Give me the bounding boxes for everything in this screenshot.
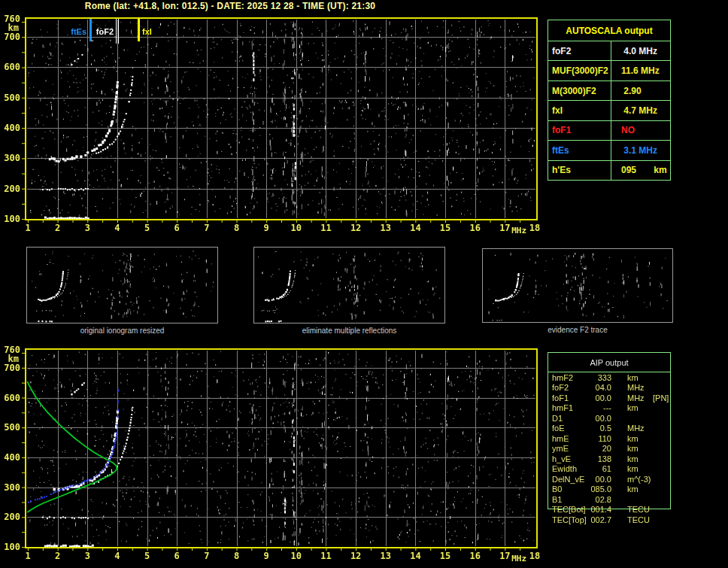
aip-param-label: B1 (548, 495, 587, 504)
aip-param-value: 002.7 (587, 515, 611, 524)
autoscala-param-label: ftEs (548, 141, 611, 159)
aip-param-label: D1 (548, 414, 587, 423)
aip-table-row: D100.0 (548, 413, 670, 424)
aip-param-value: 61 (587, 464, 611, 473)
aip-table-row: Ewidth61km (548, 464, 670, 475)
aip-param-value: 00.0 (587, 475, 611, 484)
aip-param-unit: TECU (627, 505, 653, 514)
aip-table-row: hmE110km (548, 433, 670, 444)
autoscala-param-label: h'Es (548, 161, 611, 180)
aip-param-value: 110 (587, 434, 611, 443)
aip-param-label: h_vE (548, 454, 587, 463)
autoscala-table-row: M(3000)F2 2.90 (548, 81, 670, 101)
aip-table-row: B102.8 (548, 494, 670, 505)
aip-param-label: TEC[Bot] (548, 505, 587, 514)
thumbnail-evidence-f2-trace (482, 248, 673, 323)
aip-param-value: 138 (587, 454, 611, 463)
thumbnail-caption-original: original ionogram resized (26, 327, 218, 335)
autoscala-app-screen: Rome (lat: +41.8, lon: 012.5) - DATE: 20… (0, 0, 728, 568)
aip-param-label: ymE (548, 444, 587, 453)
autoscala-param-value: 095 km (611, 161, 670, 180)
aip-table-row: foE0.5MHz (548, 424, 670, 434)
autoscala-rows: foF2 4.0 MHzMUF(3000)F211.6 MHzM(3000)F2… (548, 41, 670, 180)
autoscala-table-row: ftEs 3.1 MHz (548, 141, 670, 160)
main-ionogram-chart (0, 12, 549, 235)
autoscala-table-row: h'Es095 km (548, 161, 670, 180)
aip-param-label: DelN_vE (548, 475, 587, 484)
autoscala-param-value: 3.1 MHz (611, 141, 670, 159)
aip-param-value: 333 (587, 373, 611, 382)
autoscala-param-value: NO (611, 121, 670, 140)
thumbnail-eliminate-reflections (253, 247, 445, 323)
autoscala-param-value: 2.90 (611, 81, 670, 100)
aip-param-unit: km (627, 464, 653, 473)
aip-table-row: hmF2333km (548, 372, 670, 383)
autoscala-param-label: foF2 (548, 41, 611, 60)
aip-param-unit: km (627, 434, 653, 443)
aip-param-unit: MHz (627, 383, 653, 392)
aip-param-value: 02.8 (587, 495, 611, 504)
aip-param-label: Ewidth (548, 464, 587, 473)
autoscala-panel-title: AUTOSCALA output (548, 20, 670, 41)
aip-param-unit: km (627, 484, 653, 494)
aip-param-value: 00.0 (587, 393, 611, 402)
aip-table-row: B0085.0km (548, 484, 670, 495)
aip-output-panel: AIP output hmF2333kmfoF204.0MHzfoF100.0M… (548, 352, 671, 509)
aip-param-unit: m^(-3) (627, 475, 653, 484)
thumbnail-caption-eliminate: eliminate multiple reflections (253, 327, 445, 335)
aip-table-row: DelN_vE00.0m^(-3) (548, 474, 670, 484)
aip-param-value: 00.0 (587, 414, 611, 423)
autoscala-table-row: foF1NO (548, 121, 670, 141)
autoscala-param-value: 4.7 MHz (611, 101, 670, 120)
aip-param-label: hmE (548, 434, 587, 443)
aip-table-row: TEC[Bot]001.4TECU (548, 505, 670, 515)
aip-param-value: 04.0 (587, 383, 611, 392)
aip-param-note: [PN] (653, 393, 670, 402)
aip-param-label: foF2 (548, 383, 587, 392)
aip-param-unit: km (627, 373, 653, 382)
aip-param-unit: km (627, 444, 653, 453)
aip-param-value: 0.5 (587, 424, 611, 433)
thumbnail-original-ionogram (26, 247, 218, 323)
aip-param-value: 20 (587, 444, 611, 453)
autoscala-param-label: fxI (548, 101, 611, 120)
aip-rows: hmF2333kmfoF204.0MHzfoF100.0MHz[PN]hmF1-… (548, 372, 670, 525)
aip-table-row: foF204.0MHz (548, 383, 670, 393)
autoscala-param-label: M(3000)F2 (548, 81, 611, 100)
aip-param-value: 085.0 (587, 484, 611, 494)
aip-param-value: --- (587, 403, 611, 412)
autoscala-output-panel: AUTOSCALA output foF2 4.0 MHzMUF(3000)F2… (548, 20, 671, 181)
autoscala-param-value: 4.0 MHz (611, 41, 670, 60)
aip-param-label: hmF2 (548, 373, 587, 382)
aip-param-label: hmF1 (548, 403, 587, 412)
thumbnail-caption-evidence: evidence F2 trace (482, 326, 673, 334)
autoscala-param-value: 11.6 MHz (611, 61, 670, 80)
autoscala-table-row: MUF(3000)F211.6 MHz (548, 61, 670, 80)
aip-table-row: h_vE138km (548, 454, 670, 464)
aip-param-unit: TECU (627, 515, 653, 524)
aip-param-unit: MHz (627, 393, 653, 402)
page-title: Rome (lat: +41.8, lon: 012.5) - DATE: 20… (0, 1, 460, 11)
aip-table-row: hmF1---km (548, 403, 670, 414)
aip-param-value: 001.4 (587, 505, 611, 514)
autoscala-param-label: MUF(3000)F2 (548, 61, 611, 80)
aip-table-row: ymE20km (548, 444, 670, 454)
autoscala-table-row: fxI 4.7 MHz (548, 101, 670, 120)
profile-ionogram-chart (0, 342, 549, 568)
aip-param-label: TEC[Top] (548, 515, 587, 524)
aip-param-label: foE (548, 424, 587, 433)
aip-param-label: foF1 (548, 393, 587, 402)
autoscala-param-label: foF1 (548, 121, 611, 140)
aip-param-unit: km (627, 403, 653, 412)
aip-param-label: B0 (548, 484, 587, 494)
aip-panel-title: AIP output (548, 353, 670, 372)
autoscala-table-row: foF2 4.0 MHz (548, 41, 670, 61)
aip-param-unit: MHz (627, 424, 653, 433)
aip-table-row: foF100.0MHz[PN] (548, 393, 670, 403)
aip-table-row: TEC[Top]002.7TECU (548, 515, 670, 525)
aip-param-unit: km (627, 454, 653, 463)
